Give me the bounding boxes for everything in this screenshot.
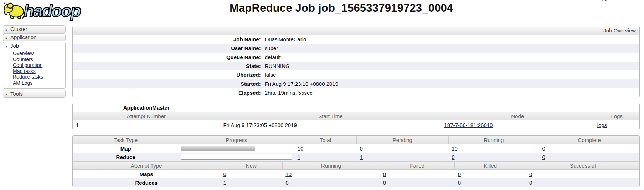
task-type-label: Reduce	[73, 153, 179, 161]
table-row: 1 Fri Aug 9 17:23:05 +0800 2019 187-7-66…	[73, 120, 639, 130]
column-header-running: Running	[282, 162, 380, 170]
reduces-successful-link[interactable]: 0	[529, 180, 532, 186]
task-type-label: Map	[73, 144, 179, 153]
maps-failed-link[interactable]: 0	[383, 171, 386, 177]
column-header-logs: Logs	[594, 112, 639, 120]
field-label: State:	[73, 62, 263, 70]
map-task-row: Map 10 0 10 0	[73, 144, 639, 153]
map-pending-link[interactable]: 0	[360, 146, 363, 152]
sidebar-section-label: Job	[10, 43, 19, 49]
task-table: Task Type Progress Total Pending Running…	[73, 136, 639, 161]
overview-row: User Name:super	[73, 44, 639, 53]
sidebar-section-job[interactable]: ▾Job	[3, 42, 65, 50]
field-label: Job Name:	[73, 35, 263, 44]
queue-name-value: default	[263, 53, 281, 62]
hadoop-logo: hadoop	[3, 0, 94, 22]
logs-link[interactable]: logs	[597, 122, 607, 128]
sidebar-section-label: Application	[10, 34, 36, 40]
map-total-link[interactable]: 10	[298, 146, 304, 152]
reduces-running-link[interactable]: 0	[285, 180, 288, 186]
user-name-value: super	[263, 44, 278, 53]
sidebar-item-reduce-tasks[interactable]: Reduce tasks	[13, 74, 65, 80]
map-progress-fill	[181, 146, 255, 151]
column-header-new: New	[220, 162, 282, 170]
application-master-panel: ApplicationMaster Attempt Number Start T…	[72, 103, 640, 130]
column-header-failed: Failed	[380, 162, 455, 170]
sidebar-section-tools[interactable]: ▸Tools	[3, 90, 66, 98]
column-header-task-type: Task Type	[73, 136, 179, 144]
application-master-title: ApplicationMaster	[73, 103, 220, 112]
sidebar-section-application[interactable]: ▸Application	[3, 33, 66, 41]
maps-attempt-row: Maps 0 10 0 0 0	[73, 170, 639, 179]
sidebar-item-counters[interactable]: Counters	[13, 57, 65, 63]
column-header-start-time: Start Time	[220, 112, 441, 120]
reduces-failed-link[interactable]: 0	[383, 180, 386, 186]
column-header-node: Node	[441, 112, 594, 120]
elapsed-value: 2hrs, 19mins, 55sec	[263, 88, 313, 97]
maps-successful-link[interactable]: 0	[529, 171, 532, 177]
uberized-value: false	[263, 70, 276, 79]
hadoop-elephant-logo: hadoop	[3, 0, 94, 21]
overview-row: Started:Fri Aug 9 17:23:10 +0800 2019	[73, 79, 639, 88]
field-label: User Name:	[73, 44, 263, 53]
main-content: Job Overview Job Name:QuasiMonteCarlo Us…	[72, 26, 640, 187]
sidebar-item-am-logs[interactable]: AM Logs	[13, 80, 65, 86]
start-time-cell: Fri Aug 9 17:23:05 +0800 2019	[220, 120, 441, 130]
reduce-running-link[interactable]: 0	[452, 154, 454, 160]
map-complete-link[interactable]: 0	[542, 146, 545, 152]
attempt-number-cell: 1	[73, 120, 220, 130]
reduce-pending-link[interactable]: 1	[360, 154, 363, 160]
attempt-table: Attempt Type New Running Failed Killed S…	[73, 161, 639, 187]
sidebar-item-configuration[interactable]: Configuration	[13, 62, 65, 68]
hadoop-wordmark: hadoop	[24, 1, 81, 20]
application-master-table: ApplicationMaster Attempt Number Start T…	[73, 103, 639, 130]
reduce-progress-bar	[181, 154, 292, 160]
started-value: Fri Aug 9 17:23:10 +0800 2019	[263, 79, 338, 88]
job-name-value: QuasiMonteCarlo	[263, 35, 306, 44]
sidebar-item-map-tasks[interactable]: Map tasks	[13, 68, 65, 74]
reduce-task-row: Reduce 1 1 0 0	[73, 153, 639, 161]
overview-row: Elapsed:2hrs, 19mins, 55sec	[73, 88, 639, 97]
attempt-type-label: Maps	[73, 170, 220, 179]
map-progress-bar	[181, 146, 292, 151]
sidebar-nav: ▸Cluster ▸Application ▾Job Overview Coun…	[3, 25, 66, 98]
column-header-successful: Successful	[526, 162, 639, 170]
field-label: Elapsed:	[73, 88, 263, 97]
map-running-link[interactable]: 10	[452, 146, 458, 152]
column-header-running: Running	[448, 136, 539, 144]
page-title: MapReduce Job job_1565337919723_0004	[230, 2, 453, 15]
sidebar-item-overview[interactable]: Overview	[13, 51, 65, 57]
maps-killed-link[interactable]: 0	[458, 171, 461, 177]
reduces-new-link[interactable]: 1	[223, 180, 226, 186]
column-header-killed: Killed	[455, 162, 526, 170]
sidebar-section-cluster[interactable]: ▸Cluster	[3, 25, 66, 33]
column-header-progress: Progress	[179, 136, 294, 144]
sidebar-section-label: Tools	[10, 91, 23, 97]
maps-running-link[interactable]: 10	[285, 171, 292, 177]
field-label: Uberized:	[73, 70, 263, 79]
chevron-right-icon: ▸	[6, 91, 10, 98]
tasks-panel: Task Type Progress Total Pending Running…	[72, 135, 640, 187]
job-overview-panel: Job Overview Job Name:QuasiMonteCarlo Us…	[72, 26, 640, 97]
attempt-type-label: Reduces	[73, 178, 220, 187]
overview-row: Queue Name:default	[73, 53, 639, 62]
job-overview-header: Job Overview	[73, 26, 639, 35]
column-header-complete: Complete	[539, 136, 639, 144]
state-value: RUNNING	[263, 62, 290, 70]
chevron-right-icon: ▸	[6, 34, 10, 41]
sidebar-section-label: Cluster	[10, 26, 27, 32]
reduce-complete-link[interactable]: 0	[542, 154, 545, 160]
overview-row: State:RUNNING	[73, 62, 639, 70]
overview-row: Uberized:false	[73, 70, 639, 79]
reduces-killed-link[interactable]: 0	[458, 180, 461, 186]
overview-row: Job Name:QuasiMonteCarlo	[73, 35, 639, 44]
reduces-attempt-row: Reduces 1 0 0 0 0	[73, 178, 639, 187]
field-label: Started:	[73, 79, 263, 88]
node-link[interactable]: 187-7-66-181:26010	[444, 122, 493, 128]
column-header-total: Total	[294, 136, 357, 144]
chevron-right-icon: ▸	[6, 26, 10, 33]
maps-new-link[interactable]: 0	[223, 171, 226, 177]
reduce-total-link[interactable]: 1	[298, 154, 300, 160]
chevron-down-icon: ▾	[6, 42, 10, 50]
column-header-attempt-type: Attempt Type	[73, 162, 220, 170]
